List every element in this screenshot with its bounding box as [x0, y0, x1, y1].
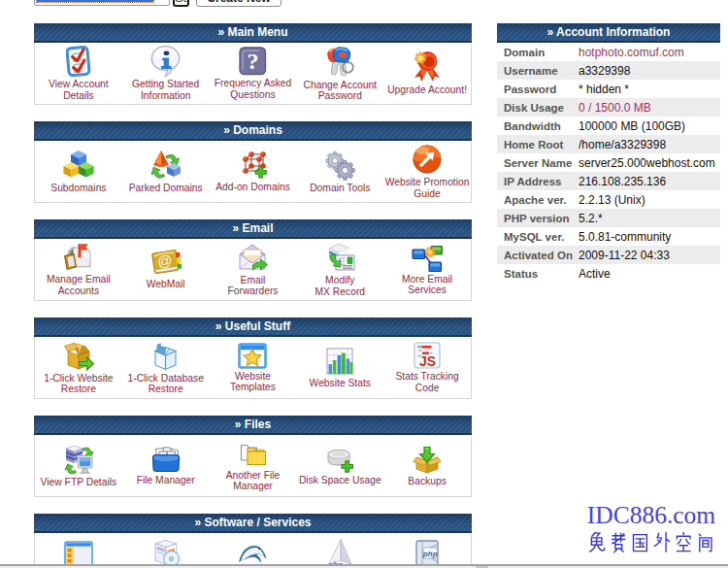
svg-text:JS: JS — [419, 353, 436, 369]
svg-text:php: php — [422, 550, 438, 558]
svg-text:?: ? — [247, 49, 258, 74]
svg-text:@: @ — [156, 251, 173, 270]
